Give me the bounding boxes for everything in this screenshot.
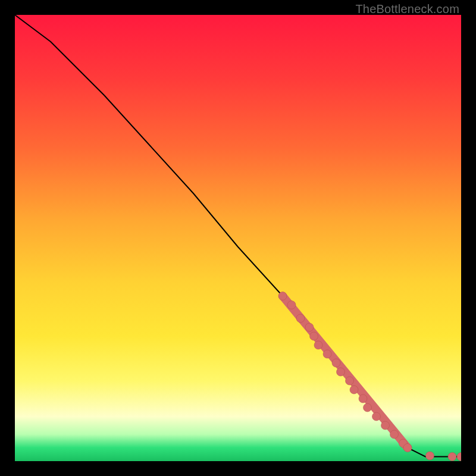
- chart-marker: [381, 421, 390, 430]
- chart-curve: [15, 15, 461, 457]
- chart-marker: [346, 377, 354, 385]
- chart-marker: [314, 341, 322, 349]
- chart-marker: [426, 452, 434, 460]
- chart-marker: [332, 359, 340, 367]
- chart-marker: [448, 453, 456, 461]
- chart-marker: [359, 394, 367, 403]
- chart-marker: [296, 314, 305, 322]
- chart-marker: [350, 386, 358, 394]
- chart-marker: [390, 430, 399, 439]
- chart-marker: [337, 368, 345, 376]
- chart-svg-layer: [15, 15, 461, 461]
- chart-marker: [372, 412, 381, 421]
- chart-marker: [323, 350, 331, 358]
- chart-marker: [287, 301, 296, 309]
- chart-marker: [278, 292, 287, 300]
- chart-marker: [305, 323, 314, 331]
- watermark-text: TheBottleneck.com: [355, 2, 459, 16]
- chart-marker: [403, 444, 412, 452]
- chart-marker: [310, 332, 318, 340]
- chart-plot-area: [15, 15, 461, 461]
- chart-marker: [364, 403, 372, 412]
- chart-marker: [457, 453, 461, 461]
- chart-markers-group: [278, 292, 461, 461]
